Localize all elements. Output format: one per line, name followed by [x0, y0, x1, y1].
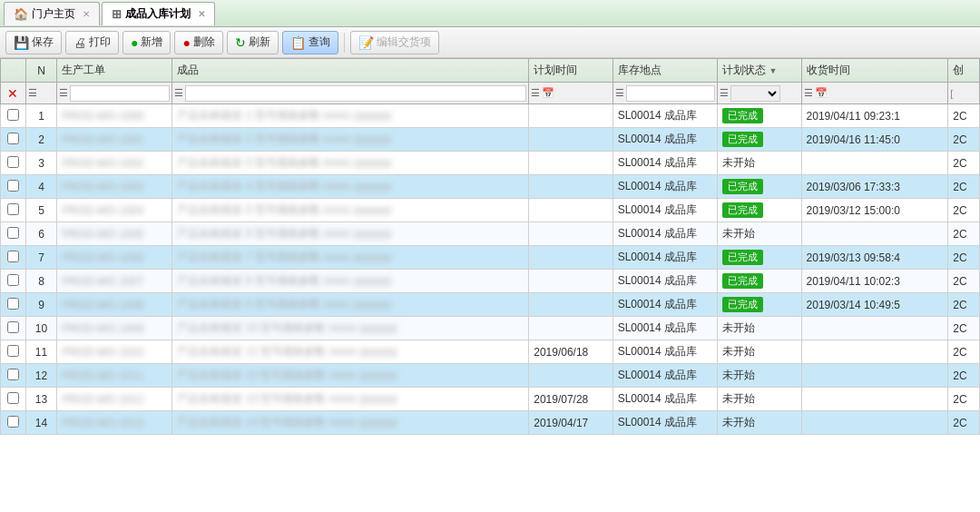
row-extra: 2C: [948, 293, 980, 317]
filter-receipt-time-calendar[interactable]: 📅: [815, 87, 828, 99]
query-button[interactable]: 📋 查询: [282, 31, 338, 54]
row-work-order: PROD-WO-1005: [57, 222, 172, 246]
row-checkbox[interactable]: [7, 203, 19, 215]
col-header-work-order[interactable]: 生产工单: [57, 59, 172, 83]
tab-home[interactable]: 🏠 门户主页 ✕: [4, 2, 100, 25]
toolbar: 💾 保存 🖨 打印 ● 新增 ● 删除 ↻ 刷新 📋 查询 📝 编辑交货项: [0, 27, 980, 58]
add-button[interactable]: ● 新增: [122, 31, 171, 54]
print-button[interactable]: 🖨 打印: [65, 31, 119, 54]
row-plan-status: 已完成: [718, 199, 801, 222]
row-checkbox[interactable]: [7, 369, 19, 380]
filter-plan-time-cell: ☰ 📅: [529, 83, 612, 104]
row-product: 产品名称描述 4 型号规格参数 xxxxx yyyyyyy: [172, 175, 529, 199]
filter-warehouse-icon[interactable]: ☰: [615, 87, 624, 99]
col-header-n[interactable]: N: [25, 59, 57, 83]
col-header-receipt-time[interactable]: 收货时间: [801, 59, 948, 83]
tab-home-close[interactable]: ✕: [83, 9, 90, 19]
filter-product-input[interactable]: [185, 85, 526, 102]
filter-plan-time-icon[interactable]: ☰: [531, 87, 540, 99]
row-warehouse: SL00014 成品库: [612, 199, 718, 222]
row-n: 5: [25, 199, 57, 222]
row-plan-status: 未开始: [718, 340, 801, 364]
row-product: 产品名称描述 3 型号规格参数 xxxxx yyyyyyy: [172, 152, 529, 175]
col-header-warehouse[interactable]: 库存地点: [612, 59, 718, 83]
row-checkbox[interactable]: [7, 133, 19, 144]
table-row[interactable]: 11PROD-WO-1010产品名称描述 11 型号规格参数 xxxxx yyy…: [1, 340, 980, 364]
row-plan-time: 2019/06/18: [529, 340, 612, 364]
table-row[interactable]: 6PROD-WO-1005产品名称描述 6 型号规格参数 xxxxx yyyyy…: [1, 222, 980, 246]
row-plan-time: [529, 199, 612, 222]
row-plan-time: [529, 175, 612, 199]
col-header-plan-status[interactable]: 计划状态 ▼: [718, 59, 801, 83]
table-row[interactable]: 10PROD-WO-1009产品名称描述 10 型号规格参数 xxxxx yyy…: [1, 317, 980, 340]
table-row[interactable]: 12PROD-WO-1011产品名称描述 12 型号规格参数 xxxxx yyy…: [1, 364, 980, 388]
filter-plan-status-icon[interactable]: ☰: [720, 87, 729, 99]
row-plan-time: [529, 246, 612, 270]
row-receipt-time: 2019/04/11 10:02:3: [801, 270, 948, 293]
row-checkbox[interactable]: [7, 156, 19, 168]
col-header-product[interactable]: 成品: [172, 59, 529, 83]
row-checkbox[interactable]: [7, 180, 19, 192]
filter-n-icon[interactable]: ☰: [28, 87, 37, 99]
refresh-button[interactable]: ↻ 刷新: [227, 31, 279, 54]
row-checkbox[interactable]: [7, 109, 19, 121]
row-plan-status: 已完成: [718, 293, 801, 317]
add-icon: ●: [131, 35, 138, 50]
row-work-order: PROD-WO-1004: [57, 199, 172, 222]
row-checkbox[interactable]: [7, 274, 19, 286]
col-header-extra[interactable]: 创: [948, 59, 980, 83]
row-checkbox[interactable]: [7, 392, 19, 404]
filter-warehouse-input[interactable]: [626, 85, 716, 102]
tab-plan-close[interactable]: ✕: [198, 9, 205, 19]
table-row[interactable]: 3PROD-WO-1002产品名称描述 3 型号规格参数 xxxxx yyyyy…: [1, 152, 980, 175]
row-plan-time: 2019/07/28: [529, 388, 612, 411]
row-product: 产品名称描述 2 型号规格参数 xxxxx yyyyyyy: [172, 128, 529, 152]
row-checkbox[interactable]: [7, 345, 19, 357]
filter-work-order-input[interactable]: [70, 85, 170, 102]
table-row[interactable]: 7PROD-WO-1006产品名称描述 7 型号规格参数 xxxxx yyyyy…: [1, 246, 980, 270]
row-n: 2: [25, 128, 57, 152]
row-plan-status: 未开始: [718, 411, 801, 435]
filter-clear-cell[interactable]: ✕: [1, 83, 26, 104]
row-extra: 2C: [948, 340, 980, 364]
table-row[interactable]: 1PROD-WO-1000产品名称描述 1 型号规格参数 xxxxx yyyyy…: [1, 104, 980, 128]
row-checkbox[interactable]: [7, 321, 19, 333]
tab-plan[interactable]: ⊞ 成品入库计划 ✕: [102, 2, 215, 25]
row-product: 产品名称描述 11 型号规格参数 xxxxx yyyyyyy: [172, 340, 529, 364]
filter-work-order-icon[interactable]: ☰: [59, 87, 68, 99]
row-warehouse: SL00014 成品库: [612, 270, 718, 293]
filter-plan-time-calendar[interactable]: 📅: [542, 87, 554, 99]
status-badge: 已完成: [722, 132, 763, 147]
table-row[interactable]: 8PROD-WO-1007产品名称描述 8 型号规格参数 xxxxx yyyyy…: [1, 270, 980, 293]
table-row[interactable]: 13PROD-WO-1012产品名称描述 13 型号规格参数 xxxxx yyy…: [1, 388, 980, 411]
save-button[interactable]: 💾 保存: [5, 31, 62, 54]
filter-plan-status-select[interactable]: 已完成 未开始: [730, 85, 780, 102]
print-icon: 🖨: [74, 35, 86, 50]
row-warehouse: SL00014 成品库: [612, 128, 718, 152]
table-row[interactable]: 14PROD-WO-1013产品名称描述 14 型号规格参数 xxxxx yyy…: [1, 411, 980, 435]
row-checkbox[interactable]: [7, 227, 19, 239]
status-badge: 已完成: [722, 179, 763, 194]
row-n: 9: [25, 293, 57, 317]
delete-button[interactable]: ● 删除: [174, 31, 222, 54]
toolbar-separator: [344, 33, 345, 53]
row-plan-time: [529, 317, 612, 340]
plan-status-sort-icon[interactable]: ▼: [769, 66, 777, 75]
clear-filter-icon[interactable]: ✕: [7, 86, 18, 101]
row-checkbox[interactable]: [7, 251, 19, 262]
table-row[interactable]: 2PROD-WO-1001产品名称描述 2 型号规格参数 xxxxx yyyyy…: [1, 128, 980, 152]
filter-extra-cell: [: [948, 83, 980, 104]
table-row[interactable]: 5PROD-WO-1004产品名称描述 5 型号规格参数 xxxxx yyyyy…: [1, 199, 980, 222]
row-checkbox[interactable]: [7, 298, 19, 310]
filter-receipt-time-icon[interactable]: ☰: [804, 87, 813, 99]
table-row[interactable]: 4PROD-WO-1003产品名称描述 4 型号规格参数 xxxxx yyyyy…: [1, 175, 980, 199]
row-plan-status: 未开始: [718, 152, 801, 175]
row-product: 产品名称描述 12 型号规格参数 xxxxx yyyyyyy: [172, 364, 529, 388]
col-header-plan-time[interactable]: 计划时间: [529, 59, 612, 83]
edit-button[interactable]: 📝 编辑交货项: [350, 31, 439, 54]
row-checkbox[interactable]: [7, 416, 19, 428]
row-n: 4: [25, 175, 57, 199]
table-row[interactable]: 9PROD-WO-1008产品名称描述 9 型号规格参数 xxxxx yyyyy…: [1, 293, 980, 317]
filter-product-icon[interactable]: ☰: [174, 87, 183, 99]
row-extra: 2C: [948, 175, 980, 199]
